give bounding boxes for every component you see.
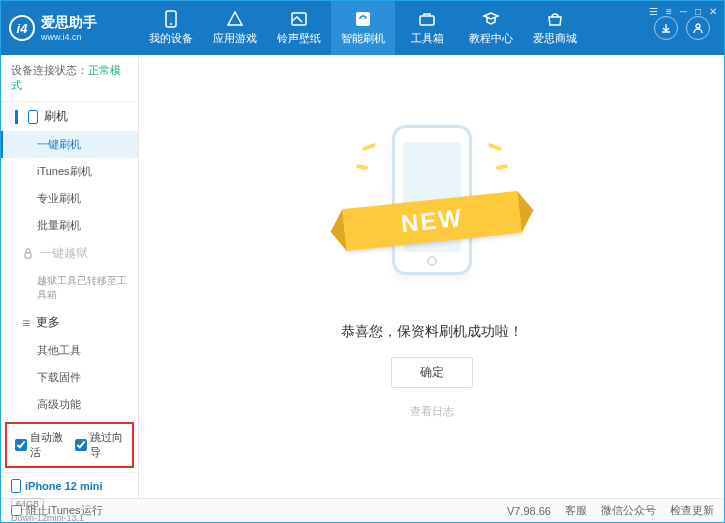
sidebar: 设备连接状态：正常模式 刷机 一键刷机 iTunes刷机 专业刷机 批量刷机 一… <box>1 55 139 498</box>
update-link[interactable]: 检查更新 <box>670 503 714 518</box>
nav-tutorial[interactable]: 教程中心 <box>459 1 523 55</box>
menu-icon[interactable]: ≡ <box>666 6 672 17</box>
nav-my-device[interactable]: 我的设备 <box>139 1 203 55</box>
nav-apps[interactable]: 应用游戏 <box>203 1 267 55</box>
svg-rect-4 <box>420 16 434 25</box>
checkbox-auto-activate[interactable]: 自动激活 <box>15 430 65 460</box>
sidebar-header-flash[interactable]: 刷机 <box>1 102 138 131</box>
sidebar-item-download[interactable]: 下载固件 <box>1 364 138 391</box>
jailbreak-note: 越狱工具已转移至工具箱 <box>1 268 138 308</box>
phone-icon <box>11 479 21 493</box>
svg-point-5 <box>696 24 700 28</box>
app-header: i4 爱思助手 www.i4.cn 我的设备 应用游戏 铃声壁纸 智能刷机 工具… <box>1 1 724 55</box>
sidebar-item-pro[interactable]: 专业刷机 <box>1 185 138 212</box>
logo-area: i4 爱思助手 www.i4.cn <box>9 14 139 42</box>
download-button[interactable] <box>654 16 678 40</box>
device-icon <box>162 10 180 28</box>
app-name: 爱思助手 <box>41 14 97 32</box>
svg-rect-6 <box>25 253 31 258</box>
sidebar-item-batch[interactable]: 批量刷机 <box>1 212 138 239</box>
nav-toolbox[interactable]: 工具箱 <box>395 1 459 55</box>
close-icon[interactable]: ✕ <box>709 6 717 17</box>
skin-icon[interactable]: ☰ <box>649 6 658 17</box>
sidebar-header-more[interactable]: ≡ 更多 <box>1 308 138 337</box>
checkbox-group: 自动激活 跳过向导 <box>5 422 134 468</box>
lock-icon <box>22 248 34 260</box>
connection-status: 设备连接状态：正常模式 <box>1 55 138 102</box>
checkbox-skip-guide[interactable]: 跳过向导 <box>75 430 125 460</box>
sidebar-item-oneclick[interactable]: 一键刷机 <box>1 131 138 158</box>
sidebar-header-jailbreak[interactable]: 一键越狱 <box>1 239 138 268</box>
minimize-icon[interactable]: ─ <box>680 6 687 17</box>
nav-flash[interactable]: 智能刷机 <box>331 1 395 55</box>
flash-icon <box>354 10 372 28</box>
user-button[interactable] <box>686 16 710 40</box>
main-nav: 我的设备 应用游戏 铃声壁纸 智能刷机 工具箱 教程中心 爱思商城 <box>139 1 654 55</box>
toolbox-icon <box>418 10 436 28</box>
tutorial-icon <box>482 10 500 28</box>
app-url: www.i4.cn <box>41 32 97 42</box>
sidebar-item-advanced[interactable]: 高级功能 <box>1 391 138 418</box>
sidebar-item-itunes[interactable]: iTunes刷机 <box>1 158 138 185</box>
nav-ringtones[interactable]: 铃声壁纸 <box>267 1 331 55</box>
phone-icon <box>28 110 38 124</box>
sidebar-item-other[interactable]: 其他工具 <box>1 337 138 364</box>
version-label: V7.98.66 <box>507 505 551 517</box>
new-banner: NEW <box>342 190 521 250</box>
nav-store[interactable]: 爱思商城 <box>523 1 587 55</box>
main-content: NEW 恭喜您，保资料刷机成功啦！ 确定 查看日志 <box>139 55 724 498</box>
service-link[interactable]: 客服 <box>565 503 587 518</box>
svg-point-1 <box>170 23 172 25</box>
maximize-icon[interactable]: □ <box>695 6 701 17</box>
logo-icon: i4 <box>9 15 35 41</box>
store-icon <box>546 10 564 28</box>
wechat-link[interactable]: 微信公众号 <box>601 503 656 518</box>
svg-rect-3 <box>356 12 370 26</box>
confirm-button[interactable]: 确定 <box>391 357 473 388</box>
more-icon: ≡ <box>22 315 30 331</box>
apps-icon <box>226 10 244 28</box>
view-log-link[interactable]: 查看日志 <box>410 404 454 419</box>
success-message: 恭喜您，保资料刷机成功啦！ <box>341 323 523 341</box>
phone-illustration: NEW <box>362 115 502 295</box>
block-itunes-checkbox[interactable]: 阻止iTunes运行 <box>11 503 103 518</box>
wallpaper-icon <box>290 10 308 28</box>
